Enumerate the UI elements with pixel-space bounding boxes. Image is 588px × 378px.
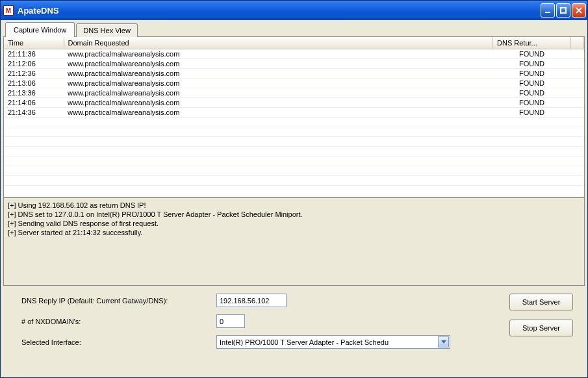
log-line: [+] Server started at 21:14:32 successfu…	[8, 228, 580, 237]
reply-ip-label: DNS Reply IP (Default: Current Gatway/DN…	[21, 297, 216, 305]
table-row[interactable]: 21:12:36www.practicalmalwareanalysis.com…	[4, 69, 584, 79]
bottom-controls: DNS Reply IP (Default: Current Gatway/DN…	[3, 286, 585, 351]
row-nxdomain: # of NXDOMAIN's:	[21, 314, 450, 328]
tab-dns-hex-view[interactable]: DNS Hex View	[76, 23, 138, 37]
window-buttons	[541, 3, 586, 18]
table-row[interactable]: 21:12:06www.practicalmalwareanalysis.com…	[4, 59, 584, 69]
titlebar: M ApateDNS	[1, 1, 587, 20]
table-body: 21:11:36www.practicalmalwareanalysis.com…	[4, 49, 584, 186]
table-header-row: Time Domain Requested DNS Retur...	[4, 37, 584, 49]
col-return[interactable]: DNS Retur...	[493, 37, 571, 49]
table-row	[4, 157, 584, 166]
interface-select[interactable]: Intel(R) PRO/1000 T Server Adapter - Pac…	[216, 335, 450, 349]
table-row[interactable]: 21:13:36www.practicalmalwareanalysis.com…	[4, 88, 584, 98]
cell-time: 21:14:06	[4, 98, 64, 108]
start-server-button[interactable]: Start Server	[509, 294, 573, 310]
nxdomain-input[interactable]	[216, 314, 245, 328]
cell-return: FOUND	[493, 59, 571, 69]
log-line: [+] DNS set to 127.0.0.1 on Intel(R) PRO…	[8, 210, 580, 219]
tab-capture-window[interactable]: Capture Window	[5, 22, 75, 37]
nxdomain-label: # of NXDOMAIN's:	[21, 318, 216, 325]
cell-domain: www.practicalmalwareanalysis.com	[64, 49, 493, 59]
maximize-button[interactable]	[556, 3, 570, 18]
table-row[interactable]: 21:14:06www.practicalmalwareanalysis.com…	[4, 98, 584, 108]
cell-return: FOUND	[493, 69, 571, 79]
button-column: Start Server Stop Server	[509, 294, 577, 349]
app-window: M ApateDNS Capture Window DNS Hex View	[0, 0, 588, 378]
cell-time: 21:12:36	[4, 69, 64, 79]
close-button[interactable]	[572, 3, 586, 18]
table-row[interactable]: 21:11:36www.practicalmalwareanalysis.com…	[4, 49, 584, 59]
cell-time: 21:12:06	[4, 59, 64, 69]
svg-rect-0	[545, 12, 550, 13]
cell-domain: www.practicalmalwareanalysis.com	[64, 59, 493, 69]
tabstrip: Capture Window DNS Hex View	[5, 21, 585, 36]
row-reply-ip: DNS Reply IP (Default: Current Gatway/DN…	[21, 294, 450, 307]
cell-return: FOUND	[493, 108, 571, 118]
client-area: Capture Window DNS Hex View Time Domain …	[1, 20, 587, 377]
form-rows: DNS Reply IP (Default: Current Gatway/DN…	[21, 294, 450, 349]
minimize-button[interactable]	[541, 3, 555, 18]
table-row	[4, 137, 584, 147]
cell-domain: www.practicalmalwareanalysis.com	[64, 79, 493, 88]
close-icon	[575, 6, 583, 14]
svg-rect-1	[561, 8, 566, 13]
cell-domain: www.practicalmalwareanalysis.com	[64, 88, 493, 98]
col-domain[interactable]: Domain Requested	[64, 37, 493, 49]
cell-domain: www.practicalmalwareanalysis.com	[64, 108, 493, 118]
interface-value: Intel(R) PRO/1000 T Server Adapter - Pac…	[220, 338, 389, 346]
minimize-icon	[544, 6, 552, 14]
col-time[interactable]: Time	[4, 37, 64, 49]
app-icon: M	[3, 5, 14, 16]
log-line: [+] Sending valid DNS response of first …	[8, 219, 580, 228]
maximize-icon	[559, 6, 567, 14]
table-row[interactable]: 21:13:06www.practicalmalwareanalysis.com…	[4, 79, 584, 88]
cell-return: FOUND	[493, 98, 571, 108]
cell-time: 21:13:06	[4, 79, 64, 88]
dns-table: Time Domain Requested DNS Retur... 21:11…	[4, 37, 584, 186]
interface-label: Selected Interface:	[21, 338, 216, 346]
cell-return: FOUND	[493, 88, 571, 98]
table-row	[4, 127, 584, 137]
row-interface: Selected Interface: Intel(R) PRO/1000 T …	[21, 335, 450, 349]
cell-return: FOUND	[493, 49, 571, 59]
window-title: ApateDNS	[18, 6, 541, 16]
log-output: [+] Using 192.168.56.102 as return DNS I…	[4, 197, 584, 285]
cell-return: FOUND	[493, 79, 571, 88]
cell-domain: www.practicalmalwareanalysis.com	[64, 98, 493, 108]
col-spare[interactable]	[571, 37, 584, 49]
stop-server-button[interactable]: Stop Server	[509, 320, 573, 336]
cell-domain: www.practicalmalwareanalysis.com	[64, 69, 493, 79]
cell-time: 21:11:36	[4, 49, 64, 59]
table-row	[4, 176, 584, 186]
table-row	[4, 118, 584, 127]
table-row[interactable]: 21:14:36www.practicalmalwareanalysis.com…	[4, 108, 584, 118]
reply-ip-input[interactable]	[216, 294, 287, 307]
cell-time: 21:13:36	[4, 88, 64, 98]
table-row	[4, 147, 584, 157]
cell-time: 21:14:36	[4, 108, 64, 118]
tabpanel: Time Domain Requested DNS Retur... 21:11…	[3, 36, 585, 286]
capture-grid[interactable]: Time Domain Requested DNS Retur... 21:11…	[4, 37, 584, 197]
chevron-down-icon	[438, 336, 449, 347]
log-line: [+] Using 192.168.56.102 as return DNS I…	[8, 201, 580, 210]
table-row	[4, 166, 584, 176]
